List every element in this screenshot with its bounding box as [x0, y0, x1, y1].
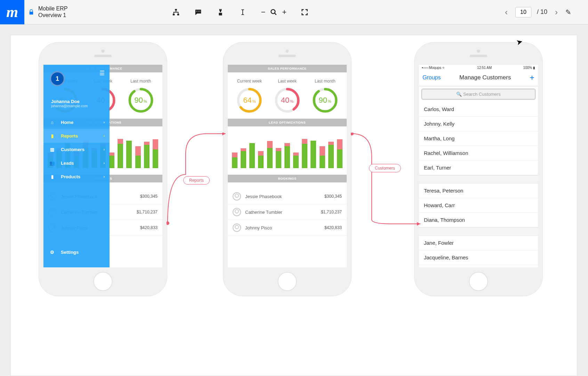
edit-icon[interactable]: ✎	[565, 8, 571, 16]
phone-mock-3: •○○○○ Moqups ᯤ 12:51 AM 100% ▮ Groups Ma…	[414, 42, 543, 296]
flow-link-customers[interactable]: Customers	[369, 164, 401, 172]
customer-row[interactable]: Johnny, Kelly	[419, 117, 538, 131]
svg-rect-5	[200, 11, 200, 11]
booking-name: Johnny Pisco	[245, 225, 324, 230]
nav-label: Home	[61, 120, 73, 125]
bar	[135, 146, 141, 168]
carrier-label: •○○○○ Moqups ᯤ	[422, 66, 446, 70]
zoom-out-button[interactable]: −	[261, 8, 265, 17]
bar	[153, 139, 158, 168]
hamburger-icon[interactable]: ☰	[99, 70, 105, 77]
canvas[interactable]: SALES PERFORMANCECurrent week64%Last wee…	[0, 24, 588, 376]
customer-row[interactable]: Teresa, Peterson	[419, 183, 538, 198]
hand-icon[interactable]	[216, 8, 225, 16]
customer-row[interactable]: Diana, Thompson	[419, 213, 538, 227]
booking-amount: $1,710,237	[321, 210, 342, 214]
app-toolbar: m Mobile ERP Overview 1 − + ‹ / 10 › ✎	[0, 0, 588, 24]
gauge-label: Current week	[236, 79, 263, 84]
customer-row[interactable]: Rachel, Williamson	[419, 146, 538, 160]
drawer-badge: 1	[50, 71, 65, 86]
booking-amount: $1,710,237	[137, 210, 158, 214]
svg-rect-3	[196, 11, 197, 11]
page-number-input[interactable]	[515, 7, 531, 17]
nav-item-products[interactable]: ▮Products›	[43, 170, 110, 183]
nav-settings[interactable]: ⚙ Settings	[43, 245, 110, 259]
nav-back-groups[interactable]: Groups	[422, 75, 441, 81]
booking-amount: $300,345	[140, 194, 158, 199]
svg-point-6	[271, 9, 275, 14]
booking-row[interactable]: Catherine Tumbler$1,710,237	[228, 204, 347, 220]
bar	[267, 141, 273, 168]
customer-row[interactable]: Jane, Fowler	[419, 236, 538, 250]
bar	[328, 142, 334, 169]
nav-icon: ▥	[48, 147, 56, 152]
svg-rect-4	[198, 11, 199, 11]
add-customer-button[interactable]: +	[530, 73, 534, 83]
app-logo[interactable]: m	[0, 0, 24, 24]
nav-icon: ▮	[48, 174, 56, 179]
ios-nav-bar: Groups Manage Customers +	[419, 71, 538, 86]
customer-row[interactable]: Carlos, Ward	[419, 102, 538, 117]
gauge-2: Last month90%	[128, 79, 154, 113]
nav-item-home[interactable]: ⌂Home›	[43, 116, 110, 129]
bar	[118, 139, 123, 168]
nav-label: Products	[61, 174, 80, 179]
booking-name: Catherine Tumbler	[245, 210, 321, 215]
bar	[284, 143, 290, 168]
search-input[interactable]: 🔍 Search Customers	[422, 89, 535, 99]
customer-row[interactable]: Earl, Turner	[419, 160, 538, 175]
avatar-icon	[233, 224, 241, 232]
chevron-right-icon: ›	[104, 175, 105, 179]
wifi-icon: ᯤ	[442, 66, 446, 70]
bar	[232, 152, 237, 168]
bar	[311, 141, 316, 168]
comments-icon[interactable]	[194, 8, 202, 16]
bar	[302, 139, 307, 168]
svg-point-18	[314, 89, 336, 111]
nav-title: Manage Customers	[459, 74, 511, 81]
nav-item-customers[interactable]: ▥Customers›	[43, 143, 110, 156]
drawer-user: Johanna Doe johanna@example.com	[43, 86, 110, 116]
bar	[337, 139, 343, 168]
next-page-button[interactable]: ›	[553, 7, 560, 17]
booking-name: Jessie Phasebook	[245, 194, 324, 199]
toolbar-right: ‹ / 10 › ✎	[503, 7, 588, 17]
bar	[276, 148, 281, 169]
nav-settings-label: Settings	[61, 250, 79, 255]
page-title: Overview 1	[38, 12, 67, 18]
leads-header: LEAD OPTIMIZATIONS	[228, 119, 347, 126]
fullscreen-icon[interactable]	[300, 8, 309, 16]
breadcrumb[interactable]: Mobile ERP Overview 1	[38, 6, 67, 18]
booking-amount: $420,833	[324, 225, 342, 230]
drawer-user-email: johanna@example.com	[51, 104, 110, 108]
flow-link-reports[interactable]: Reports	[183, 176, 210, 185]
magnifier-icon[interactable]	[269, 8, 278, 16]
phone-mock-2: SALES PERFORMANCECurrent week64%Last wee…	[223, 42, 352, 296]
nav-item-reports[interactable]: ▮Reports‹	[43, 129, 110, 143]
toolbar-center: − +	[172, 8, 309, 17]
text-cursor-icon[interactable]	[239, 8, 247, 16]
customer-row[interactable]: Martha, Long	[419, 131, 538, 146]
bar	[293, 152, 299, 168]
booking-amount: $300,345	[324, 194, 342, 199]
list-separator	[419, 227, 538, 236]
drawer-user-name: Johanna Doe	[51, 99, 110, 104]
booking-row[interactable]: Johnny Pisco$420,833	[228, 220, 347, 236]
chevron-right-icon: ‹	[104, 134, 105, 138]
customer-row[interactable]: Howard, Carr	[419, 198, 538, 213]
customer-row[interactable]: Jacqueline, Barnes	[419, 250, 538, 265]
phone2-screen: SALES PERFORMANCECurrent week64%Last wee…	[228, 65, 347, 267]
nav-item-leads[interactable]: 👥Leads›	[43, 156, 110, 170]
bar	[109, 152, 114, 168]
svg-rect-1	[173, 14, 175, 15]
chevron-right-icon: ›	[104, 120, 105, 124]
prev-page-button[interactable]: ‹	[503, 7, 510, 17]
sitemap-icon[interactable]	[172, 8, 180, 16]
zoom-in-button[interactable]: +	[282, 8, 287, 17]
avatar-icon	[233, 208, 241, 216]
lock-icon[interactable]	[24, 9, 38, 15]
booking-amount: $420,833	[140, 225, 158, 230]
status-battery: 100% ▮	[523, 66, 535, 70]
page-total-label: / 10	[537, 8, 547, 16]
booking-row[interactable]: Jessie Phasebook$300,345	[228, 189, 347, 204]
